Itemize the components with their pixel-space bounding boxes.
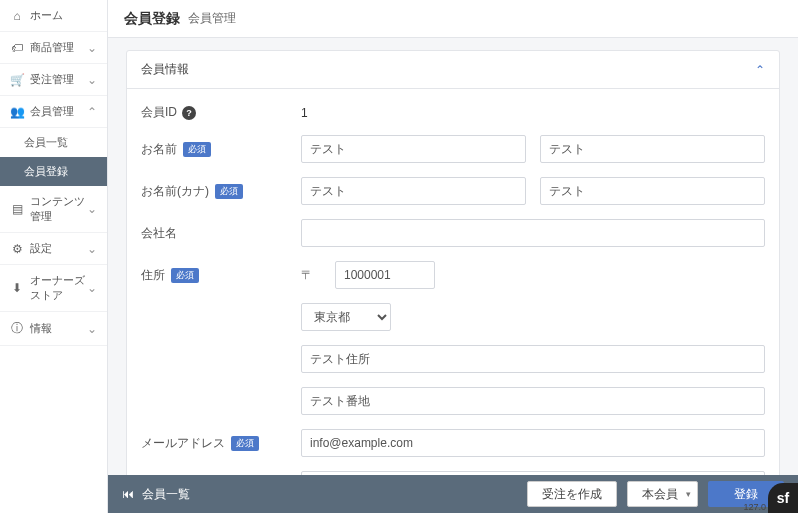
name-sei-input[interactable] (301, 135, 526, 163)
chevron-down-icon: ⌄ (87, 41, 97, 55)
name-label: お名前必須 (141, 141, 301, 158)
collapse-toggle[interactable]: ⌃ (755, 63, 765, 77)
kana-mei-input[interactable] (540, 177, 765, 205)
chevron-down-icon: ⌄ (87, 73, 97, 87)
card-header: 会員情報 ⌃ (127, 51, 779, 89)
nav-home[interactable]: ⌂ホーム (0, 0, 107, 32)
chevron-down-icon: ⌄ (87, 202, 97, 216)
sidebar: ⌂ホーム 🏷商品管理⌄ 🛒受注管理⌄ 👥会員管理⌃ 会員一覧 会員登録 ▤コンテ… (0, 0, 108, 513)
download-icon: ⬇ (10, 281, 24, 295)
home-icon: ⌂ (10, 9, 24, 23)
rewind-icon: ⏮ (122, 487, 134, 501)
users-icon: 👥 (10, 105, 24, 119)
gear-icon: ⚙ (10, 242, 24, 256)
nav-members[interactable]: 👥会員管理⌃ (0, 96, 107, 128)
zip-prefix: 〒 (301, 267, 313, 284)
nav-owners-store[interactable]: ⬇オーナーズストア⌄ (0, 265, 107, 312)
file-icon: ▤ (10, 202, 24, 216)
info-icon: ⓘ (10, 320, 24, 337)
cart-icon: 🛒 (10, 73, 24, 87)
help-icon[interactable]: ? (182, 106, 196, 120)
tag-icon: 🏷 (10, 41, 24, 55)
name-mei-input[interactable] (540, 135, 765, 163)
email-label: メールアドレス必須 (141, 435, 301, 452)
chevron-down-icon: ⌄ (87, 281, 97, 295)
member-status-select[interactable]: 本会員▾ (627, 481, 698, 507)
company-label: 会社名 (141, 225, 301, 242)
name-kana-label: お名前(カナ)必須 (141, 183, 301, 200)
member-info-card: 会員情報 ⌃ 会員ID? 1 document.querySelector('[… (126, 50, 780, 475)
member-id-value: 1 (301, 106, 308, 120)
email-input[interactable] (301, 429, 765, 457)
action-footer: ⏮ 会員一覧 受注を作成 本会員▾ 登録 (108, 475, 798, 513)
nav-products[interactable]: 🏷商品管理⌄ (0, 32, 107, 64)
subnav-member-register[interactable]: 会員登録 (0, 157, 107, 186)
card-body: 会員ID? 1 document.querySelector('[data-na… (127, 89, 779, 475)
nav-orders[interactable]: 🛒受注管理⌄ (0, 64, 107, 96)
addr1-input[interactable] (301, 345, 765, 373)
ip-label: 127.0 (743, 502, 766, 512)
page-title: 会員登録 (124, 10, 180, 28)
prefecture-select[interactable]: 東京都 (301, 303, 391, 331)
chevron-down-icon: ⌄ (87, 322, 97, 336)
company-input[interactable] (301, 219, 765, 247)
chevron-up-icon: ⌃ (87, 105, 97, 119)
card-title: 会員情報 (141, 61, 189, 78)
create-order-button[interactable]: 受注を作成 (527, 481, 617, 507)
page-subtitle: 会員管理 (188, 10, 236, 27)
nav-info[interactable]: ⓘ情報⌄ (0, 312, 107, 346)
zip-input[interactable] (335, 261, 435, 289)
symfony-badge-icon[interactable]: sf (768, 483, 798, 513)
content-area: 会員情報 ⌃ 会員ID? 1 document.querySelector('[… (108, 38, 798, 475)
kana-sei-input[interactable] (301, 177, 526, 205)
back-link[interactable]: ⏮ 会員一覧 (122, 486, 190, 503)
nav-settings[interactable]: ⚙設定⌄ (0, 233, 107, 265)
subnav-member-list[interactable]: 会員一覧 (0, 128, 107, 157)
page-header: 会員登録 会員管理 (108, 0, 798, 38)
nav-contents[interactable]: ▤コンテンツ管理⌄ (0, 186, 107, 233)
member-id-label: 会員ID? (141, 104, 301, 121)
chevron-down-icon: ⌄ (87, 242, 97, 256)
addr2-input[interactable] (301, 387, 765, 415)
chevron-down-icon: ▾ (686, 489, 691, 499)
address-label: 住所必須 (141, 267, 301, 284)
